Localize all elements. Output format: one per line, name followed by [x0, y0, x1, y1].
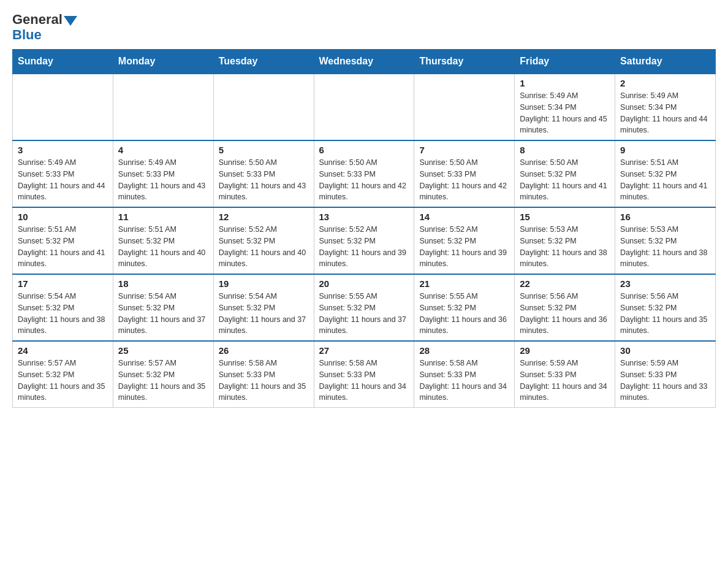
day-info: Sunrise: 5:57 AM Sunset: 5:32 PM Dayligh… — [118, 358, 208, 404]
col-thursday: Thursday — [414, 50, 515, 74]
logo-blue-label: Blue — [12, 27, 42, 42]
day-number: 19 — [219, 278, 309, 289]
day-number: 9 — [620, 145, 710, 155]
calendar-cell: 2Sunrise: 5:49 AM Sunset: 5:34 PM Daylig… — [615, 74, 716, 140]
calendar-cell: 28Sunrise: 5:58 AM Sunset: 5:33 PM Dayli… — [414, 341, 515, 408]
day-number: 18 — [118, 278, 208, 289]
calendar-cell — [213, 74, 314, 140]
calendar-body: 1Sunrise: 5:49 AM Sunset: 5:34 PM Daylig… — [13, 74, 716, 408]
calendar-cell: 3Sunrise: 5:49 AM Sunset: 5:33 PM Daylig… — [13, 140, 113, 207]
day-number: 10 — [18, 212, 108, 222]
header-row: Sunday Monday Tuesday Wednesday Thursday… — [13, 50, 716, 74]
day-number: 13 — [319, 212, 409, 222]
day-info: Sunrise: 5:59 AM Sunset: 5:33 PM Dayligh… — [520, 358, 610, 404]
calendar-cell: 17Sunrise: 5:54 AM Sunset: 5:32 PM Dayli… — [13, 274, 113, 341]
calendar-week-4: 17Sunrise: 5:54 AM Sunset: 5:32 PM Dayli… — [13, 274, 716, 341]
logo-general: General — [12, 12, 77, 27]
day-number: 2 — [620, 78, 710, 88]
calendar-cell: 20Sunrise: 5:55 AM Sunset: 5:32 PM Dayli… — [314, 274, 414, 341]
day-number: 24 — [18, 345, 108, 356]
calendar-cell: 9Sunrise: 5:51 AM Sunset: 5:32 PM Daylig… — [615, 140, 716, 207]
calendar-cell: 30Sunrise: 5:59 AM Sunset: 5:33 PM Dayli… — [615, 341, 716, 408]
calendar-cell — [113, 74, 213, 140]
day-info: Sunrise: 5:54 AM Sunset: 5:32 PM Dayligh… — [219, 291, 309, 337]
col-saturday: Saturday — [615, 50, 716, 74]
day-info: Sunrise: 5:52 AM Sunset: 5:32 PM Dayligh… — [319, 224, 409, 270]
calendar-cell: 12Sunrise: 5:52 AM Sunset: 5:32 PM Dayli… — [213, 207, 314, 274]
day-number: 22 — [520, 278, 610, 289]
calendar-cell: 18Sunrise: 5:54 AM Sunset: 5:32 PM Dayli… — [113, 274, 213, 341]
calendar-cell: 5Sunrise: 5:50 AM Sunset: 5:33 PM Daylig… — [213, 140, 314, 207]
day-info: Sunrise: 5:50 AM Sunset: 5:33 PM Dayligh… — [219, 157, 309, 203]
day-number: 15 — [520, 212, 610, 222]
day-number: 11 — [118, 212, 208, 222]
day-number: 17 — [18, 278, 108, 289]
day-info: Sunrise: 5:59 AM Sunset: 5:33 PM Dayligh… — [620, 358, 710, 404]
col-tuesday: Tuesday — [213, 50, 314, 74]
calendar-cell: 7Sunrise: 5:50 AM Sunset: 5:33 PM Daylig… — [414, 140, 515, 207]
calendar-cell: 13Sunrise: 5:52 AM Sunset: 5:32 PM Dayli… — [314, 207, 414, 274]
calendar-cell: 4Sunrise: 5:49 AM Sunset: 5:33 PM Daylig… — [113, 140, 213, 207]
calendar-cell: 24Sunrise: 5:57 AM Sunset: 5:32 PM Dayli… — [13, 341, 113, 408]
logo-blue-text: Blue — [12, 27, 42, 43]
calendar-cell: 23Sunrise: 5:56 AM Sunset: 5:32 PM Dayli… — [615, 274, 716, 341]
day-number: 3 — [18, 145, 108, 155]
day-info: Sunrise: 5:54 AM Sunset: 5:32 PM Dayligh… — [18, 291, 108, 337]
day-number: 4 — [118, 145, 208, 155]
day-info: Sunrise: 5:49 AM Sunset: 5:33 PM Dayligh… — [118, 157, 208, 203]
calendar-cell — [414, 74, 515, 140]
logo-general-text: General — [12, 12, 63, 27]
day-info: Sunrise: 5:49 AM Sunset: 5:34 PM Dayligh… — [520, 90, 610, 136]
calendar-cell: 1Sunrise: 5:49 AM Sunset: 5:34 PM Daylig… — [515, 74, 615, 140]
day-number: 14 — [419, 212, 509, 222]
calendar-cell: 19Sunrise: 5:54 AM Sunset: 5:32 PM Dayli… — [213, 274, 314, 341]
calendar-week-1: 1Sunrise: 5:49 AM Sunset: 5:34 PM Daylig… — [13, 74, 716, 140]
calendar-cell — [13, 74, 113, 140]
day-info: Sunrise: 5:53 AM Sunset: 5:32 PM Dayligh… — [520, 224, 610, 270]
day-info: Sunrise: 5:52 AM Sunset: 5:32 PM Dayligh… — [219, 224, 309, 270]
header-area: General Blue — [12, 12, 716, 43]
day-info: Sunrise: 5:53 AM Sunset: 5:32 PM Dayligh… — [620, 224, 710, 270]
logo-triangle-icon — [64, 13, 77, 27]
day-number: 12 — [219, 212, 309, 222]
day-info: Sunrise: 5:58 AM Sunset: 5:33 PM Dayligh… — [319, 358, 409, 404]
calendar-cell: 21Sunrise: 5:55 AM Sunset: 5:32 PM Dayli… — [414, 274, 515, 341]
calendar-cell: 25Sunrise: 5:57 AM Sunset: 5:32 PM Dayli… — [113, 341, 213, 408]
calendar-week-3: 10Sunrise: 5:51 AM Sunset: 5:32 PM Dayli… — [13, 207, 716, 274]
day-number: 23 — [620, 278, 710, 289]
day-info: Sunrise: 5:51 AM Sunset: 5:32 PM Dayligh… — [118, 224, 208, 270]
calendar-cell: 14Sunrise: 5:52 AM Sunset: 5:32 PM Dayli… — [414, 207, 515, 274]
day-info: Sunrise: 5:49 AM Sunset: 5:34 PM Dayligh… — [620, 90, 710, 136]
day-number: 29 — [520, 345, 610, 356]
calendar-week-2: 3Sunrise: 5:49 AM Sunset: 5:33 PM Daylig… — [13, 140, 716, 207]
calendar-cell: 29Sunrise: 5:59 AM Sunset: 5:33 PM Dayli… — [515, 341, 615, 408]
day-info: Sunrise: 5:50 AM Sunset: 5:32 PM Dayligh… — [520, 157, 610, 203]
day-number: 21 — [419, 278, 509, 289]
day-info: Sunrise: 5:49 AM Sunset: 5:33 PM Dayligh… — [18, 157, 108, 203]
day-info: Sunrise: 5:51 AM Sunset: 5:32 PM Dayligh… — [18, 224, 108, 270]
calendar-week-5: 24Sunrise: 5:57 AM Sunset: 5:32 PM Dayli… — [13, 341, 716, 408]
calendar-cell: 10Sunrise: 5:51 AM Sunset: 5:32 PM Dayli… — [13, 207, 113, 274]
day-number: 1 — [520, 78, 610, 88]
calendar-cell — [314, 74, 414, 140]
day-number: 28 — [419, 345, 509, 356]
calendar-cell: 26Sunrise: 5:58 AM Sunset: 5:33 PM Dayli… — [213, 341, 314, 408]
day-info: Sunrise: 5:58 AM Sunset: 5:33 PM Dayligh… — [419, 358, 509, 404]
calendar-cell: 15Sunrise: 5:53 AM Sunset: 5:32 PM Dayli… — [515, 207, 615, 274]
calendar-cell: 11Sunrise: 5:51 AM Sunset: 5:32 PM Dayli… — [113, 207, 213, 274]
day-number: 8 — [520, 145, 610, 155]
day-info: Sunrise: 5:52 AM Sunset: 5:32 PM Dayligh… — [419, 224, 509, 270]
day-number: 25 — [118, 345, 208, 356]
calendar-cell: 27Sunrise: 5:58 AM Sunset: 5:33 PM Dayli… — [314, 341, 414, 408]
calendar-cell: 6Sunrise: 5:50 AM Sunset: 5:33 PM Daylig… — [314, 140, 414, 207]
day-info: Sunrise: 5:50 AM Sunset: 5:33 PM Dayligh… — [319, 157, 409, 203]
logo-area: General Blue — [12, 12, 77, 43]
calendar-cell: 8Sunrise: 5:50 AM Sunset: 5:32 PM Daylig… — [515, 140, 615, 207]
calendar-cell: 22Sunrise: 5:56 AM Sunset: 5:32 PM Dayli… — [515, 274, 615, 341]
col-wednesday: Wednesday — [314, 50, 414, 74]
calendar: Sunday Monday Tuesday Wednesday Thursday… — [12, 49, 716, 408]
day-number: 20 — [319, 278, 409, 289]
day-info: Sunrise: 5:55 AM Sunset: 5:32 PM Dayligh… — [419, 291, 509, 337]
calendar-header: Sunday Monday Tuesday Wednesday Thursday… — [13, 50, 716, 74]
day-info: Sunrise: 5:50 AM Sunset: 5:33 PM Dayligh… — [419, 157, 509, 203]
